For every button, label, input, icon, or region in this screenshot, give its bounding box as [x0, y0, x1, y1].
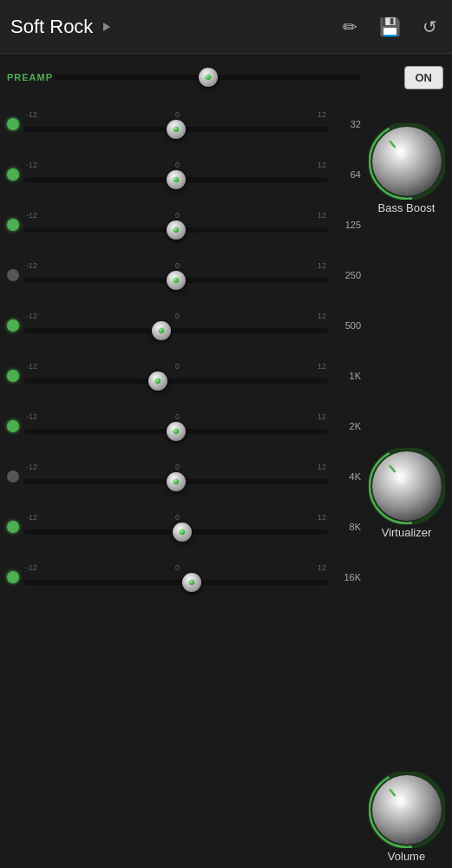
band-row-250: -12012250 [7, 250, 361, 300]
freq-label-32: 32 [333, 119, 361, 129]
on-button[interactable]: ON [404, 66, 444, 89]
track-wrap-1K [24, 372, 328, 390]
thumb-2K[interactable] [167, 422, 186, 441]
preamp-label: PREAMP [7, 72, 55, 82]
thumb-250[interactable] [167, 271, 186, 290]
slider-container-2K: -12012 [24, 412, 328, 440]
tick-left: -12 [26, 412, 37, 421]
band-dot-1K[interactable] [7, 370, 19, 382]
tick-center: 0 [175, 110, 180, 119]
track-4K [24, 479, 328, 484]
ticks-64: -12012 [24, 161, 328, 169]
band-dot-125[interactable] [7, 219, 19, 231]
freq-label-250: 250 [333, 270, 361, 280]
ticks-250: -12012 [24, 261, 328, 270]
knob-slot-bass-boost: Bass Boost [369, 123, 445, 214]
band-dot-32[interactable] [7, 118, 19, 130]
track-wrap-8K [24, 523, 328, 541]
track-wrap-64 [24, 171, 328, 188]
ticks-4K: -12012 [24, 463, 328, 471]
track-wrap-500 [24, 322, 328, 339]
slider-container-8K: -12012 [24, 513, 328, 541]
ticks-125: -12012 [24, 211, 328, 220]
freq-label-1K: 1K [333, 371, 361, 381]
header-icons: ✏ 💾 ↺ [337, 15, 442, 39]
tick-right: 12 [318, 211, 326, 220]
tick-center: 0 [175, 261, 180, 270]
slider-container-125: -12012 [24, 211, 328, 239]
slider-container-1K: -12012 [24, 362, 328, 390]
slider-container-250: -12012 [24, 261, 328, 289]
thumb-64[interactable] [167, 170, 186, 189]
tick-center: 0 [175, 513, 180, 522]
knob-bass-boost[interactable] [369, 123, 445, 200]
tick-right: 12 [318, 412, 326, 421]
track-64 [24, 177, 328, 182]
band-dot-64[interactable] [7, 168, 19, 181]
tick-right: 12 [318, 110, 326, 119]
knob-label-virtualizer: Virtualizer [382, 526, 432, 539]
edit-icon[interactable]: ✏ [337, 15, 362, 39]
knob-label-bass-boost: Bass Boost [378, 201, 436, 214]
band-dot-500[interactable] [7, 319, 19, 332]
tick-left: -12 [26, 563, 37, 572]
tick-left: -12 [26, 463, 37, 471]
tick-left: -12 [26, 261, 37, 270]
ticks-8K: -12012 [24, 513, 328, 522]
track-16K [24, 580, 328, 585]
preamp-slider-thumb[interactable] [199, 68, 218, 87]
tick-right: 12 [318, 563, 326, 572]
knobs-wrapper: Bass Boost Virtualizer [361, 99, 452, 863]
thumb-125[interactable] [167, 220, 186, 240]
tick-center: 0 [175, 211, 180, 220]
track-wrap-250 [24, 272, 328, 289]
tick-right: 12 [318, 261, 326, 270]
tick-center: 0 [175, 312, 180, 320]
thumb-8K[interactable] [173, 523, 192, 542]
slider-container-4K: -12012 [24, 463, 328, 490]
band-row-4K: -120124K [7, 451, 361, 502]
tick-left: -12 [26, 161, 37, 169]
header-left: Soft Rock [10, 16, 110, 38]
tick-left: -12 [26, 211, 37, 220]
track-wrap-32 [24, 121, 328, 138]
track-500 [24, 328, 328, 333]
track-125 [24, 227, 328, 233]
knob-virtualizer[interactable] [369, 448, 445, 524]
reset-icon[interactable]: ↺ [417, 15, 442, 39]
thumb-500[interactable] [152, 321, 171, 340]
band-row-1K: -120121K [7, 351, 361, 401]
thumb-4K[interactable] [167, 472, 186, 491]
band-dot-8K[interactable] [7, 521, 19, 533]
ticks-1K: -12012 [24, 362, 328, 371]
track-wrap-125 [24, 221, 328, 239]
svg-point-33 [396, 474, 407, 484]
band-dot-2K[interactable] [7, 420, 19, 432]
thumb-32[interactable] [167, 120, 186, 139]
band-dot-16K[interactable] [7, 571, 19, 583]
tick-center: 0 [175, 362, 180, 371]
on-btn-container: ON [361, 59, 452, 95]
tick-right: 12 [318, 161, 326, 169]
preamp-row: PREAMP [7, 59, 361, 95]
tick-center: 0 [175, 412, 180, 421]
track-250 [24, 278, 328, 283]
band-dot-250[interactable] [7, 269, 19, 281]
band-row-16K: -1201216K [7, 552, 361, 602]
save-icon[interactable]: 💾 [377, 15, 402, 39]
knob-slot-virtualizer: Virtualizer [369, 448, 445, 539]
tick-right: 12 [318, 312, 326, 320]
knob-volume[interactable] [369, 772, 445, 848]
freq-label-500: 500 [333, 320, 361, 331]
tick-right: 12 [318, 463, 326, 471]
preamp-slider-track [55, 75, 361, 80]
thumb-16K[interactable] [182, 573, 201, 592]
dropdown-arrow-icon[interactable] [103, 23, 110, 31]
thumb-1K[interactable] [148, 372, 167, 391]
ticks-500: -12012 [24, 312, 328, 320]
freq-label-8K: 8K [333, 522, 361, 532]
tick-center: 0 [175, 161, 180, 169]
band-row-32: -1201232 [7, 99, 361, 149]
band-dot-4K[interactable] [7, 470, 19, 483]
tick-left: -12 [26, 312, 37, 320]
